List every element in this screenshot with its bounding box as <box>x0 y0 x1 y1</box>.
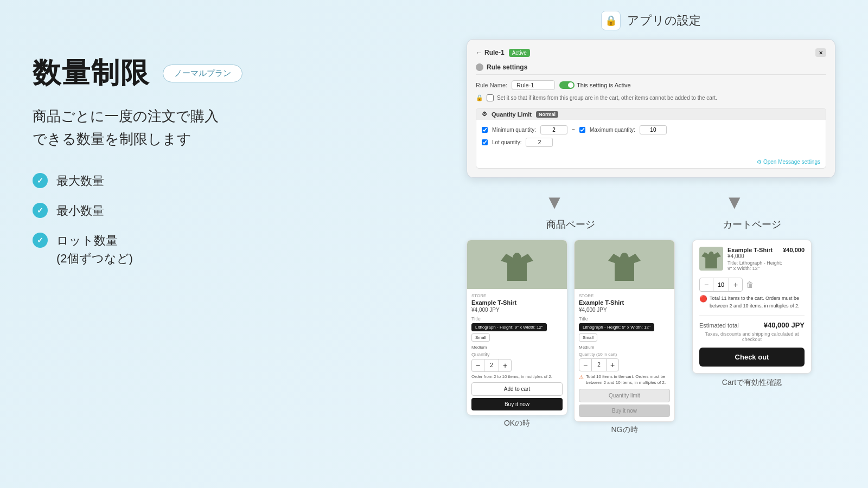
ng-buy-now-button[interactable]: Buy it now <box>579 404 670 417</box>
app-title: アプリの設定 <box>627 12 701 29</box>
ng-warning-row: ⚠ Total 10 items in the cart. Orders mus… <box>579 374 670 386</box>
estimated-label: Estimated total <box>699 322 739 329</box>
max-qty-checkbox[interactable] <box>579 127 585 133</box>
lot-qty-input[interactable] <box>526 138 553 147</box>
ng-store: STORE <box>579 293 670 298</box>
product-page-label: 商品ページ <box>546 218 595 231</box>
active-badge: Active <box>509 49 530 57</box>
cart-item-subprice: ¥4,000 <box>727 253 805 259</box>
ok-variant-small[interactable]: Small <box>471 333 490 342</box>
arrow-down-left: ▼ <box>545 191 564 214</box>
ok-product-price: ¥4,000 JPY <box>471 307 563 313</box>
features-list: 最大数量 最小数量 ロット数量(2個ずつなど) <box>33 172 315 267</box>
cart-page-column: ▼ カートページ Example T-Shirt ¥40,000 <box>692 191 812 388</box>
cart-qty-ctrl: − 10 + <box>699 278 743 292</box>
ng-medium-tag: Medium <box>579 345 670 350</box>
ok-product-image <box>467 240 567 289</box>
cart-error-text: Total 11 items to the cart. Orders must … <box>710 295 805 310</box>
ng-product-card: STORE Example T-Shirt ¥4,000 JPY Title L… <box>574 240 675 422</box>
ng-tshirt-icon <box>608 246 641 284</box>
ng-sublabel: NGの時 <box>611 425 638 435</box>
open-message-link[interactable]: ⚙ Open Message settings <box>476 156 826 168</box>
app-header: 🔒 アプリの設定 <box>467 11 835 30</box>
ng-qty-plus[interactable]: + <box>607 359 618 371</box>
ok-qty-label: Quantity <box>471 352 563 357</box>
estimated-total-row: Estimated total ¥40,000 JPY <box>699 321 805 329</box>
cart-item-name: Example T-Shirt <box>727 247 773 253</box>
main-title: 数量制限 <box>33 54 150 92</box>
quantity-fields: Minimum quantity: ~ Maximum quantity: Lo… <box>476 120 826 156</box>
ok-product-info: STORE Example T-Shirt ¥4,000 JPY Title L… <box>467 289 567 415</box>
min-qty-row: Minimum quantity: ~ Maximum quantity: <box>482 125 820 134</box>
ok-qty-minus[interactable]: − <box>472 359 484 371</box>
ng-product-image <box>575 240 674 289</box>
ng-warning-icon: ⚠ <box>579 374 584 380</box>
toggle-on-indicator[interactable] <box>559 81 575 89</box>
right-section: 🔒 アプリの設定 ← Rule-1 Active ✕ Rule settings <box>467 11 835 435</box>
panel-nav: ← Rule-1 Active ✕ <box>476 48 826 57</box>
min-qty-input[interactable] <box>540 125 567 134</box>
ng-qty-limit-button[interactable]: Quantity limit <box>579 389 670 402</box>
cart-item-price-row: Example T-Shirt ¥40,000 <box>727 247 805 253</box>
plan-badge: ノーマルプラン <box>163 65 242 82</box>
ok-buy-now-button[interactable]: Buy it now <box>471 398 563 410</box>
feature-item-lot: ロット数量(2個ずつなど) <box>33 232 315 267</box>
check-icon-min <box>33 203 48 218</box>
rule-name-row: Rule Name: This setting is Active <box>476 80 826 90</box>
check-icon-lot <box>33 233 48 248</box>
ok-add-to-cart-button[interactable]: Add to cart <box>471 382 563 396</box>
cart-sublabel: Cartで有効性確認 <box>722 378 782 388</box>
lot-qty-checkbox[interactable] <box>482 139 488 145</box>
ng-qty-in-cart-label: Quantity (10 in cart) <box>579 352 670 357</box>
check-icon-max <box>33 173 48 188</box>
min-qty-checkbox[interactable] <box>482 127 488 133</box>
settings-icon <box>476 63 483 71</box>
ng-product-name: Example T-Shirt <box>579 299 670 306</box>
cart-qty-plus[interactable]: + <box>729 278 742 291</box>
cart-item-image <box>699 247 723 271</box>
cart-qty-minus[interactable]: − <box>700 278 713 291</box>
ok-title-label: Title <box>471 316 563 322</box>
cart-item-details: Example T-Shirt ¥40,000 ¥4,000 Title: Li… <box>727 247 805 272</box>
ng-warning-text: Total 10 items in the cart. Orders must … <box>586 374 670 386</box>
close-button[interactable]: ✕ <box>815 48 826 57</box>
lock-checkbox[interactable] <box>487 94 494 101</box>
feature-text-max: 最大数量 <box>56 172 104 190</box>
subtitle: 商品ごとに一度の注文で購入 できる数量を制限します <box>33 105 315 150</box>
max-qty-input[interactable] <box>640 125 667 134</box>
page-container: 数量制限 ノーマルプラン 商品ごとに一度の注文で購入 できる数量を制限します 最… <box>0 0 868 488</box>
checkout-button[interactable]: Check out <box>699 348 805 367</box>
ok-column: STORE Example T-Shirt ¥4,000 JPY Title L… <box>467 240 567 435</box>
demo-area: ▼ 商品ページ STORE <box>467 191 835 435</box>
settings-panel: ← Rule-1 Active ✕ Rule settings Rule Nam… <box>467 39 835 178</box>
ok-product-name: Example T-Shirt <box>471 299 563 306</box>
ng-qty-row: − 2 + <box>579 358 619 371</box>
ng-qty-minus[interactable]: − <box>579 359 591 371</box>
ok-qty-plus[interactable]: + <box>499 359 511 371</box>
ok-tshirt-icon <box>501 246 533 284</box>
ok-store: STORE <box>471 293 563 298</box>
normal-tag: Normal <box>536 111 558 118</box>
ng-variant-selected[interactable]: Lithograph - Height: 9" x Width: 12" <box>579 323 654 331</box>
ng-variant-small[interactable]: Small <box>579 333 597 342</box>
rule-name-input[interactable] <box>512 80 555 90</box>
ok-medium-tag: Medium <box>471 345 563 350</box>
cart-error-icon: 🔴 <box>699 295 707 303</box>
nav-back[interactable]: ← Rule-1 <box>476 49 505 56</box>
feature-item-max: 最大数量 <box>33 172 315 190</box>
cart-qty-row: − 10 + 🗑 <box>699 278 805 292</box>
feature-item-min: 最小数量 <box>33 202 315 220</box>
ok-variant-row: Lithograph - Height: 9" x Width: 12" Sma… <box>471 323 563 342</box>
ok-variant-selected[interactable]: Lithograph - Height: 9" x Width: 12" <box>471 323 547 331</box>
quantity-limit-section: ⚙ Quantity Limit Normal Minimum quantity… <box>476 108 826 169</box>
rule-settings-header: Rule settings <box>476 63 826 75</box>
estimated-value: ¥40,000 JPY <box>764 321 805 329</box>
product-cards: STORE Example T-Shirt ¥4,000 JPY Title L… <box>467 240 675 435</box>
cart-item-meta: Title: Lithograph - Height:9" x Width: 1… <box>727 260 805 271</box>
title-row: 数量制限 ノーマルプラン <box>33 54 315 92</box>
cart-qty-value: 10 <box>713 278 729 291</box>
cart-item: Example T-Shirt ¥40,000 ¥4,000 Title: Li… <box>699 247 805 272</box>
cart-delete-icon[interactable]: 🗑 <box>746 280 754 289</box>
ok-qty-row: − 2 + <box>471 359 512 372</box>
arrow-down-right: ▼ <box>725 191 744 214</box>
